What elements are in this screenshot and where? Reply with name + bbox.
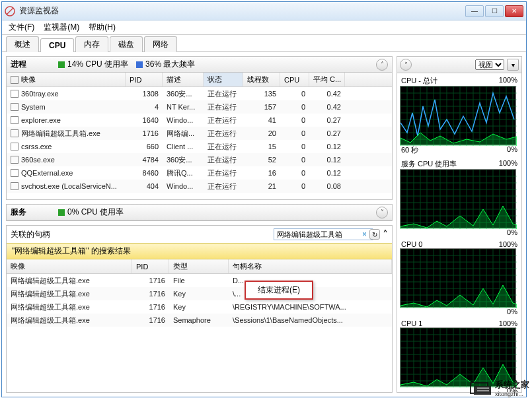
processes-panel: 进程 14% CPU 使用率 36% 最大频率 ˄ 映像 PID 描述 状态 线… — [6, 56, 393, 200]
app-icon — [5, 6, 15, 17]
col-cpu[interactable]: CPU — [280, 73, 309, 86]
process-row[interactable]: 360se.exe4784360安...正在运行5200.12 — [7, 153, 392, 166]
max-freq-swatch — [136, 61, 143, 68]
process-row[interactable]: 网络编辑超级工具箱.exe1716网络编...正在运行2000.27 — [7, 127, 392, 140]
handle-columns: 映像 PID 类型 句柄名称 — [7, 259, 392, 274]
select-all-checkbox[interactable] — [11, 76, 19, 84]
view-select[interactable]: 视图 — [475, 59, 504, 70]
handles-header: 关联的句柄 × ↻ ˄ — [7, 226, 392, 243]
row-checkbox[interactable] — [11, 116, 19, 124]
hcol-image[interactable]: 映像 — [7, 259, 132, 273]
context-menu-end-process[interactable]: 结束进程(E) — [245, 281, 313, 300]
close-button[interactable]: ✕ — [505, 5, 523, 17]
charts-header: ˃ 视图 ▾ — [397, 56, 522, 73]
processes-header[interactable]: 进程 14% CPU 使用率 36% 最大频率 ˄ — [7, 57, 392, 73]
window-title: 资源监视器 — [19, 5, 465, 17]
cpu-usage-text: 14% CPU 使用率 — [67, 59, 128, 70]
refresh-search-icon[interactable]: ↻ — [369, 229, 380, 240]
menu-bar: 文件(F) 监视器(M) 帮助(H) — [2, 20, 526, 35]
chart-1: 服务 CPU 使用率100%0% — [400, 159, 519, 236]
collapse-handles-icon[interactable]: ˄ — [383, 228, 388, 241]
handles-title: 关联的句柄 — [11, 229, 271, 240]
services-title: 服务 — [11, 207, 50, 218]
process-row[interactable]: QQExternal.exe8460腾讯Q...正在运行1600.12 — [7, 166, 392, 180]
svc-cpu-swatch — [58, 209, 65, 216]
row-checkbox[interactable] — [11, 156, 19, 164]
process-list[interactable]: 360tray.exe1308360安...正在运行13500.42System… — [7, 87, 392, 193]
view-dropdown-icon[interactable]: ▾ — [507, 59, 519, 71]
expand-services-icon[interactable]: ˅ — [376, 207, 388, 218]
tab-disk[interactable]: 磁盘 — [110, 36, 143, 52]
chart-0: CPU - 总计100%60 秒0% — [400, 76, 519, 155]
cpu-usage-swatch — [58, 61, 65, 68]
end-process-label: 结束进程(E) — [258, 285, 300, 294]
title-bar[interactable]: 资源监视器 — ☐ ✕ — [2, 2, 526, 20]
watermark: 系统之家xitongzhi... — [470, 379, 529, 397]
max-freq-text: 36% 最大频率 — [145, 59, 195, 70]
hcol-type[interactable]: 类型 — [169, 259, 229, 273]
row-checkbox[interactable] — [11, 143, 19, 150]
process-row[interactable]: System4NT Ker...正在运行15700.42 — [7, 100, 392, 114]
services-header[interactable]: 服务 0% CPU 使用率 ˅ — [7, 205, 392, 220]
col-pid[interactable]: PID — [126, 73, 163, 86]
search-results-banner: "网络编辑超级工具箱" 的搜索结果 — [7, 243, 392, 259]
col-status[interactable]: 状态 — [204, 73, 243, 86]
tab-network[interactable]: 网络 — [144, 36, 177, 52]
handle-row[interactable]: 网络编辑超级工具箱.exe1716FileD... — [7, 274, 392, 287]
tab-cpu[interactable]: CPU — [40, 38, 74, 52]
clear-search-icon[interactable]: × — [362, 230, 367, 239]
handle-row[interactable]: 网络编辑超级工具箱.exe1716Key\... — [7, 287, 392, 300]
col-threads[interactable]: 线程数 — [243, 73, 280, 86]
charts-container: CPU - 总计100%60 秒0%服务 CPU 使用率100%0%CPU 01… — [397, 73, 522, 393]
handle-list[interactable]: 网络编辑超级工具箱.exe1716FileD...网络编辑超级工具箱.exe17… — [7, 274, 392, 327]
row-checkbox[interactable] — [11, 182, 19, 190]
col-desc[interactable]: 描述 — [163, 73, 204, 86]
menu-monitor[interactable]: 监视器(M) — [44, 22, 79, 33]
process-row[interactable]: 360tray.exe1308360安...正在运行13500.42 — [7, 87, 392, 100]
process-row[interactable]: csrss.exe660Client ...正在运行1500.12 — [7, 140, 392, 153]
col-image[interactable]: 映像 — [21, 75, 36, 84]
collapse-charts-icon[interactable]: ˃ — [400, 59, 412, 71]
main-window: 资源监视器 — ☐ ✕ 文件(F) 监视器(M) 帮助(H) 概述 CPU 内存… — [1, 1, 527, 397]
row-checkbox[interactable] — [11, 169, 19, 177]
row-checkbox[interactable] — [11, 103, 19, 111]
processes-title: 进程 — [11, 59, 50, 70]
col-avg[interactable]: 平均 C... — [309, 73, 345, 86]
charts-pane: ˃ 视图 ▾ CPU - 总计100%60 秒0%服务 CPU 使用率100%0… — [397, 56, 522, 393]
row-checkbox[interactable] — [11, 90, 19, 98]
process-row[interactable]: explorer.exe1640Windo...正在运行4100.27 — [7, 114, 392, 127]
minimize-button[interactable]: — — [465, 5, 484, 17]
tab-memory[interactable]: 内存 — [75, 36, 108, 52]
services-panel: 服务 0% CPU 使用率 ˅ — [6, 204, 393, 221]
tab-overview[interactable]: 概述 — [6, 36, 39, 52]
handles-panel: 关联的句柄 × ↻ ˄ "网络编辑超级工具箱" 的搜索结果 映像 PID 类型 … — [6, 225, 393, 393]
row-checkbox[interactable] — [11, 129, 19, 137]
menu-help[interactable]: 帮助(H) — [89, 22, 116, 33]
tab-bar: 概述 CPU 内存 磁盘 网络 — [2, 35, 526, 52]
maximize-button[interactable]: ☐ — [485, 5, 504, 17]
svc-cpu-text: 0% CPU 使用率 — [67, 207, 124, 218]
hcol-pid[interactable]: PID — [132, 259, 169, 273]
hcol-name[interactable]: 句柄名称 — [229, 259, 392, 273]
process-row[interactable]: svchost.exe (LocalServiceN...404Windo...… — [7, 180, 392, 193]
handle-row[interactable]: 网络编辑超级工具箱.exe1716Semaphore\Sessions\1\Ba… — [7, 314, 392, 327]
menu-file[interactable]: 文件(F) — [9, 22, 34, 33]
handle-row[interactable]: 网络编辑超级工具箱.exe1716Key\REGISTRY\MACHINE\SO… — [7, 300, 392, 314]
chart-2: CPU 0100%0% — [400, 240, 519, 316]
process-columns: 映像 PID 描述 状态 线程数 CPU 平均 C... — [7, 73, 392, 87]
collapse-processes-icon[interactable]: ˄ — [376, 59, 388, 71]
handle-search-input[interactable] — [274, 228, 373, 240]
svg-line-1 — [7, 8, 13, 15]
